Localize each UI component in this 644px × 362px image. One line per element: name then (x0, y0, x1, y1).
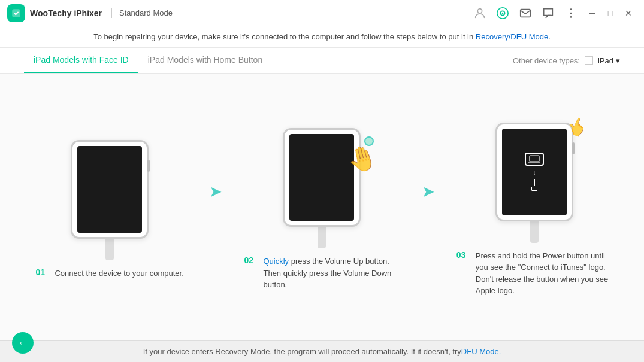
recovery-laptop-icon (525, 153, 544, 166)
user-icon[interactable] (471, 5, 488, 22)
step1-desc: 01 Connect the device to your computer. (29, 267, 189, 279)
info-bar: To begin repairing your device, make sur… (0, 26, 644, 48)
device-dropdown[interactable]: iPad ▾ (598, 56, 620, 65)
menu-icon[interactable] (563, 5, 579, 22)
chat-icon[interactable] (540, 5, 557, 22)
step3-cable (530, 221, 539, 243)
step3-device-wrap: ↓ 👆 (495, 123, 573, 221)
svg-rect-9 (530, 156, 539, 162)
close-button[interactable]: ✕ (620, 5, 637, 22)
step2-quickly1: Quickly (263, 257, 289, 266)
arrow-1: ➤ (209, 184, 222, 199)
svg-point-7 (570, 12, 572, 14)
device-type-label: Other device types: (513, 56, 580, 65)
step3-illustration: ↓ 👆 (495, 123, 573, 243)
toolbar-icons (471, 5, 579, 22)
step2-cable (318, 227, 326, 248)
step-1: 01 Connect the device to your computer. (26, 140, 193, 279)
step3-text: Press and hold the Power button until yo… (476, 250, 612, 297)
dropdown-arrow-icon: ▾ (616, 56, 620, 65)
step2-ipad (283, 128, 361, 227)
step1-ipad (71, 140, 149, 239)
step1-text: Connect the device to your computer. (55, 267, 183, 279)
svg-point-8 (570, 16, 572, 18)
step1-num: 01 (35, 267, 50, 277)
step1-illustration (71, 140, 149, 260)
device-type-selector: Other device types: iPad ▾ (513, 56, 620, 65)
minimize-button[interactable]: ─ (584, 5, 601, 22)
steps-row: 01 Connect the device to your computer. … (18, 83, 626, 336)
cable-line (534, 179, 535, 186)
device-checkbox[interactable] (585, 56, 593, 65)
step2-screen (289, 134, 354, 221)
step3-ipad: ↓ (495, 123, 573, 221)
cable-plug (531, 187, 537, 191)
title-bar: WooTechy iPhixer Standard Mode (0, 0, 644, 26)
dfu-mode-link[interactable]: DFU Mode. (461, 347, 501, 356)
music-icon[interactable] (494, 5, 511, 22)
maximize-button[interactable]: □ (602, 5, 619, 22)
step-3: ↓ 👆 03 (451, 123, 618, 297)
svg-point-6 (570, 8, 572, 10)
bottom-bar: ← If your device enters Recovery Mode, t… (0, 340, 644, 362)
step-2: 🤚 02 Quickly press the Volume Up button.… (238, 128, 406, 291)
title-divider (111, 8, 112, 18)
step3-screen: ↓ (502, 129, 567, 215)
step2-device-wrap: 🤚 (283, 128, 361, 227)
mail-icon[interactable] (517, 5, 534, 22)
step3-desc: 03 Press and hold the Power button until… (451, 250, 618, 297)
step1-power-btn (147, 160, 150, 172)
recovery-link[interactable]: Recovery/DFU Mode (476, 32, 548, 41)
step3-power-btn (572, 142, 575, 154)
svg-point-4 (502, 12, 504, 14)
app-window: WooTechy iPhixer Standard Mode (0, 0, 644, 362)
tab-home-button[interactable]: iPad Models with Home Button (138, 48, 272, 73)
step3-num: 03 (456, 250, 471, 260)
step2-desc: 02 Quickly press the Volume Up button. T… (238, 255, 406, 291)
svg-rect-0 (12, 9, 20, 17)
step2-illustration: 🤚 (283, 128, 361, 248)
app-name: WooTechy iPhixer (30, 8, 102, 18)
recovery-down-arrow: ↓ (533, 168, 536, 177)
step1-cable (105, 239, 114, 260)
recovery-cable-icon (531, 179, 537, 191)
info-text: To begin repairing your device, make sur… (93, 32, 551, 41)
step2-text: Quickly press the Volume Up button. Then… (263, 255, 400, 291)
window-controls: ─ □ ✕ (584, 5, 637, 22)
tab-bar: iPad Models with Face ID iPad Models wit… (0, 48, 644, 74)
bottom-text: If your device enters Recovery Mode, the… (143, 347, 461, 356)
arrow-2: ➤ (422, 184, 435, 199)
step1-screen (77, 146, 142, 233)
back-button[interactable]: ← (12, 332, 34, 354)
steps-content: 01 Connect the device to your computer. … (0, 74, 644, 340)
current-device: iPad (598, 56, 613, 65)
app-logo (7, 4, 25, 22)
svg-point-1 (477, 8, 482, 13)
tab-face-id[interactable]: iPad Models with Face ID (24, 48, 138, 73)
app-mode: Standard Mode (119, 8, 173, 17)
step2-num: 02 (244, 255, 258, 265)
